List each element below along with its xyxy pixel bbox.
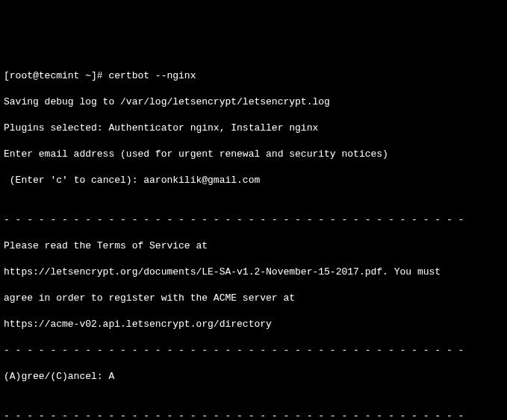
terminal-window[interactable]: [root@tecmint ~]# certbot --nginx Saving… [4, 56, 503, 420]
input-agree-cancel: (A)gree/(C)ancel: A [4, 370, 503, 383]
separator-dashes: - - - - - - - - - - - - - - - - - - - - … [4, 344, 503, 357]
output-debug-log: Saving debug log to /var/log/letsencrypt… [4, 95, 503, 109]
output-plugins: Plugins selected: Authenticator nginx, I… [4, 122, 503, 135]
output-tos-acme: agree in order to register with the ACME… [4, 292, 503, 305]
output-tos-url: https://letsencrypt.org/documents/LE-SA-… [4, 266, 503, 279]
output-tos-directory: https://acme-v02.api.letsencrypt.org/dir… [4, 318, 503, 331]
input-email-entered: (Enter 'c' to cancel): aaronkilik@gmail.… [4, 174, 503, 187]
separator-dashes: - - - - - - - - - - - - - - - - - - - - … [4, 410, 503, 420]
output-tos-header: Please read the Terms of Service at [4, 239, 503, 253]
separator-dashes: - - - - - - - - - - - - - - - - - - - - … [4, 213, 503, 227]
output-email-prompt: Enter email address (used for urgent ren… [4, 148, 503, 161]
shell-prompt-command: [root@tecmint ~]# certbot --nginx [4, 69, 503, 83]
